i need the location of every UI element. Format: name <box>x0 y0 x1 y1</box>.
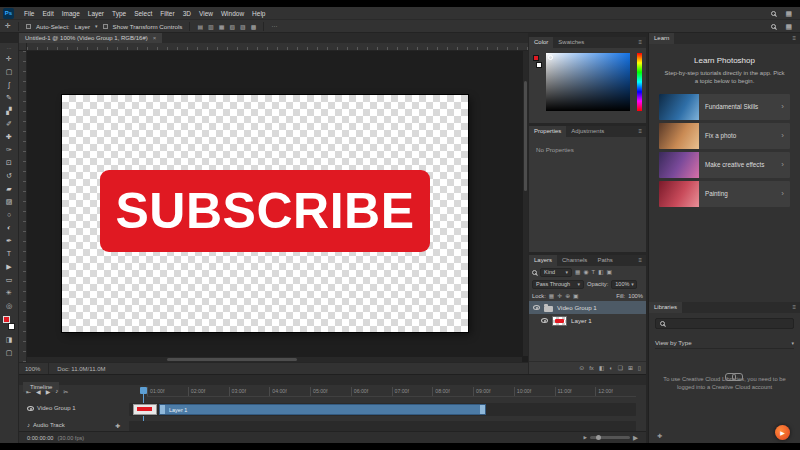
color-picker-marker[interactable] <box>548 55 553 60</box>
lock-artboard-icon[interactable]: ⊕ <box>565 293 570 299</box>
background-color-chip[interactable] <box>536 62 542 68</box>
previous-frame-icon[interactable]: ◀ <box>36 388 41 395</box>
align-bottom-icon[interactable]: ▩ <box>251 23 257 30</box>
horizontal-scroll-thumb[interactable] <box>167 358 297 361</box>
timeline-ruler[interactable]: 01:00f 02:00f 03:00f 04:00f 05:00f 06:00… <box>147 387 636 397</box>
foreground-color-swatch[interactable] <box>3 316 10 323</box>
healing-brush-tool[interactable]: ✚ <box>0 130 18 143</box>
pen-tool[interactable]: ✒ <box>0 234 18 247</box>
zoom-slider[interactable] <box>590 436 630 439</box>
go-to-start-icon[interactable]: ⇤ <box>26 388 31 395</box>
eraser-tool[interactable]: ▰ <box>0 182 18 195</box>
adjustment-layer-icon[interactable]: ◐ <box>609 365 613 371</box>
vertical-scroll-thumb[interactable] <box>524 81 527 191</box>
playhead-handle[interactable] <box>140 387 147 394</box>
panel-menu-icon[interactable]: ≡ <box>792 33 800 44</box>
blend-mode-dropdown[interactable]: Pass Through ▾ <box>532 280 584 289</box>
gradient-tool[interactable]: ▨ <box>0 195 18 208</box>
new-layer-icon[interactable]: ⊞ <box>628 365 633 371</box>
document[interactable]: SUBSCRIBE <box>62 95 468 332</box>
align-top-icon[interactable]: ▧ <box>229 23 235 30</box>
hue-slider[interactable] <box>637 53 642 111</box>
kind-dropdown[interactable]: Kind ▾ <box>540 268 572 277</box>
align-middle-icon[interactable]: ▨ <box>240 23 246 30</box>
close-icon[interactable]: × <box>153 35 157 41</box>
opacity-dropdown[interactable]: 100% ▾ <box>611 280 637 289</box>
panel-menu-icon[interactable]: ≡ <box>638 126 646 137</box>
lock-all-icon[interactable]: ▣ <box>573 293 578 299</box>
eyedropper-tool[interactable]: ✐ <box>0 117 18 130</box>
toolbar-expander-icon[interactable]: ··· <box>7 45 12 52</box>
blur-tool[interactable]: ○ <box>0 208 18 221</box>
hand-tool[interactable]: ✳ <box>0 286 18 299</box>
tab-swatches[interactable]: Swatches <box>553 37 589 48</box>
show-transform-checkbox[interactable] <box>103 24 108 29</box>
layer-mask-icon[interactable]: ◧ <box>599 365 604 371</box>
saturation-picker[interactable] <box>546 53 630 111</box>
panel-menu-icon[interactable]: ≡ <box>638 37 646 48</box>
filter-smart-icon[interactable]: ▣ <box>607 269 612 275</box>
quick-selection-tool[interactable]: ✎ <box>0 91 18 104</box>
menu-help[interactable]: Help <box>248 7 269 20</box>
layer-effects-icon[interactable]: fx <box>589 365 594 371</box>
tab-properties[interactable]: Properties <box>529 126 566 137</box>
canvas-area[interactable]: SUBSCRIBE <box>19 43 528 362</box>
tab-learn[interactable]: Learn <box>649 33 674 44</box>
filter-shape-icon[interactable]: ◧ <box>598 269 603 275</box>
zoom-slider-thumb[interactable] <box>596 435 601 440</box>
fill-value[interactable]: 100% <box>628 293 643 299</box>
layer-row-video-group[interactable]: Video Group 1 <box>529 301 646 314</box>
video-clip[interactable]: Layer 1 <box>159 404 486 415</box>
menu-type[interactable]: Type <box>108 7 130 20</box>
document-tab[interactable]: Untitled-1 @ 100% (Video Group 1, RGB/16… <box>19 33 162 43</box>
learn-item-fundamental-skills[interactable]: Fundamental Skills › <box>659 94 790 120</box>
menu-layer[interactable]: Layer <box>84 7 108 20</box>
filter-adjustment-icon[interactable]: ◉ <box>583 269 588 275</box>
audio-icon[interactable]: ♪ <box>55 388 58 395</box>
video-track-header[interactable]: Video Group 1 <box>27 405 76 411</box>
libraries-search-input[interactable] <box>655 318 794 329</box>
clip-thumbnail[interactable] <box>133 404 157 415</box>
layer-row-layer1[interactable]: Layer 1 <box>529 314 646 327</box>
more-options-icon[interactable]: ··· <box>271 23 277 29</box>
auto-select-value[interactable]: Layer <box>75 23 90 30</box>
add-library-icon[interactable]: ✚ <box>657 432 662 439</box>
tab-paths[interactable]: Paths <box>592 255 617 266</box>
lasso-tool[interactable]: ʃ <box>0 78 18 91</box>
lock-transparency-icon[interactable]: ▦ <box>549 293 554 299</box>
panel-menu-icon[interactable]: ≡ <box>792 302 800 313</box>
delete-layer-icon[interactable]: ▯ <box>638 365 641 371</box>
menu-filter[interactable]: Filter <box>156 7 178 20</box>
visibility-eye-icon[interactable] <box>541 318 548 323</box>
background-color-swatch[interactable] <box>8 323 15 330</box>
panel-menu-icon[interactable]: ≡ <box>638 255 646 266</box>
link-layers-icon[interactable]: ⊙ <box>579 365 584 371</box>
dodge-tool[interactable]: ◐ <box>0 221 18 234</box>
menu-file[interactable]: File <box>20 7 38 20</box>
foreground-color-chip[interactable] <box>533 55 539 61</box>
tab-layers[interactable]: Layers <box>529 255 557 266</box>
menu-image[interactable]: Image <box>58 7 84 20</box>
learn-item-fix-a-photo[interactable]: Fix a photo › <box>659 123 790 149</box>
path-selection-tool[interactable]: ▶ <box>0 260 18 273</box>
brush-tool[interactable]: ✑ <box>0 143 18 156</box>
screen-mode-icon[interactable]: ▢ <box>0 346 18 359</box>
marquee-tool[interactable]: ▢ <box>0 65 18 78</box>
auto-select-checkbox[interactable] <box>26 24 31 29</box>
zoom-level[interactable]: 100% <box>25 363 49 375</box>
menu-view[interactable]: View <box>195 7 217 20</box>
add-audio-icon[interactable]: ✚ <box>115 422 120 429</box>
new-group-icon[interactable]: ❏ <box>618 365 623 371</box>
menu-edit[interactable]: Edit <box>38 7 57 20</box>
tab-color[interactable]: Color <box>529 37 553 48</box>
audio-track-header[interactable]: ♪ Audio Track <box>27 422 65 428</box>
zoom-tool[interactable]: ◎ <box>0 299 18 312</box>
tab-adjustments[interactable]: Adjustments <box>566 126 609 137</box>
learn-item-creative-effects[interactable]: Make creative effects › <box>659 152 790 178</box>
split-clip-icon[interactable]: ✂ <box>63 388 68 395</box>
tab-channels[interactable]: Channels <box>557 255 592 266</box>
video-play-overlay[interactable]: ▶ <box>775 425 790 440</box>
history-brush-tool[interactable]: ↺ <box>0 169 18 182</box>
crop-tool[interactable]: ▞ <box>0 104 18 117</box>
zoom-out-icon[interactable]: ▶ <box>584 435 587 440</box>
